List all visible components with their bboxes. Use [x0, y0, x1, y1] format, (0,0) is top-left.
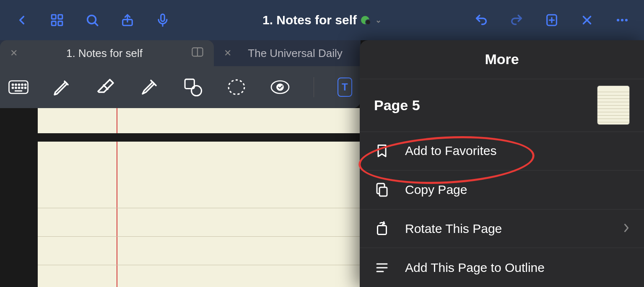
- close-tab-icon[interactable]: ✕: [10, 48, 18, 59]
- drawing-toolbar: T: [0, 66, 361, 108]
- close-tab-icon[interactable]: ✕: [224, 48, 231, 59]
- more-button[interactable]: [613, 11, 631, 29]
- search-button[interactable]: [83, 11, 101, 29]
- close-tool-button[interactable]: [578, 11, 596, 29]
- add-to-favorites-item[interactable]: Add to Favorites: [360, 132, 644, 171]
- svg-point-24: [25, 84, 26, 85]
- menu-item-label: Copy Page: [405, 183, 467, 197]
- svg-point-34: [229, 80, 244, 94]
- svg-point-22: [18, 84, 20, 85]
- svg-rect-0: [52, 15, 56, 19]
- sync-status-badge-icon: [361, 16, 369, 24]
- svg-rect-1: [58, 15, 62, 19]
- svg-point-33: [192, 86, 202, 96]
- page-info-row: Page 5: [360, 79, 644, 132]
- svg-rect-7: [161, 14, 165, 21]
- svg-point-20: [12, 84, 13, 85]
- outline-icon: [374, 260, 390, 276]
- more-panel: More Page 5 Add to Favorites Copy Page R…: [360, 40, 644, 287]
- page-number-label: Page 5: [374, 97, 420, 114]
- text-tool-label: T: [342, 81, 348, 93]
- top-nav-bar: 1. Notes for self ⌄: [0, 0, 644, 40]
- svg-point-28: [22, 87, 23, 88]
- svg-rect-2: [52, 21, 56, 26]
- svg-point-36: [277, 84, 283, 90]
- topbar-left-group: [8, 11, 172, 29]
- tab-strip: ✕ 1. Notes for self ✕ The Universal Dail…: [0, 40, 361, 66]
- svg-point-25: [12, 87, 13, 88]
- tab-label: 1. Notes for self: [26, 47, 183, 60]
- page-thumbnail: [597, 85, 630, 125]
- share-button[interactable]: [118, 11, 137, 29]
- svg-point-29: [25, 87, 26, 88]
- svg-point-16: [625, 19, 628, 21]
- svg-point-21: [16, 84, 17, 85]
- bookmark-icon: [374, 143, 390, 159]
- elements-tool[interactable]: [270, 75, 290, 99]
- menu-item-label: Add to Favorites: [405, 144, 496, 158]
- highlighter-tool[interactable]: [139, 75, 159, 99]
- svg-rect-3: [58, 21, 62, 26]
- topbar-right-group: [472, 11, 636, 29]
- toolbar-separator: [314, 77, 314, 97]
- paper-margin-line: [117, 108, 117, 133]
- microphone-button[interactable]: [153, 11, 172, 29]
- eraser-tool[interactable]: [96, 75, 116, 99]
- add-page-button[interactable]: [543, 11, 561, 29]
- tab-universal-daily[interactable]: ✕ The Universal Daily: [214, 40, 361, 66]
- menu-item-label: Add This Page to Outline: [405, 261, 545, 275]
- shapes-tool[interactable]: [183, 75, 203, 99]
- text-tool[interactable]: T: [338, 78, 352, 97]
- svg-point-26: [16, 87, 17, 88]
- svg-point-15: [621, 19, 623, 21]
- keyboard-tool[interactable]: [8, 75, 29, 99]
- svg-rect-38: [378, 225, 387, 234]
- back-button[interactable]: [13, 11, 31, 29]
- copy-icon: [374, 182, 390, 198]
- undo-button[interactable]: [472, 11, 491, 29]
- menu-item-label: Rotate This Page: [405, 222, 502, 236]
- chevron-down-icon: ⌄: [375, 16, 382, 25]
- redo-button[interactable]: [507, 11, 526, 29]
- svg-line-5: [95, 23, 97, 25]
- more-panel-title: More: [360, 40, 644, 79]
- rotate-icon: [374, 221, 390, 237]
- grid-view-button[interactable]: [48, 11, 66, 29]
- split-view-icon[interactable]: [191, 47, 204, 60]
- lasso-tool[interactable]: [226, 75, 247, 99]
- svg-rect-37: [379, 187, 387, 196]
- document-title: 1. Notes for self: [262, 13, 357, 27]
- svg-point-27: [18, 87, 20, 88]
- tab-label: The Universal Daily: [240, 47, 351, 60]
- rotate-page-item[interactable]: Rotate This Page: [360, 209, 644, 248]
- svg-line-31: [103, 85, 108, 90]
- document-title-dropdown[interactable]: 1. Notes for self ⌄: [262, 13, 382, 27]
- svg-point-23: [22, 84, 23, 85]
- svg-point-14: [617, 19, 619, 21]
- chevron-right-icon: [623, 222, 630, 236]
- pen-tool[interactable]: [52, 75, 72, 99]
- tab-notes-for-self[interactable]: ✕ 1. Notes for self: [0, 40, 214, 66]
- add-to-outline-item[interactable]: Add This Page to Outline: [360, 248, 644, 287]
- copy-page-item[interactable]: Copy Page: [360, 171, 644, 209]
- tab-and-toolbar-wrap: ✕ 1. Notes for self ✕ The Universal Dail…: [0, 40, 361, 108]
